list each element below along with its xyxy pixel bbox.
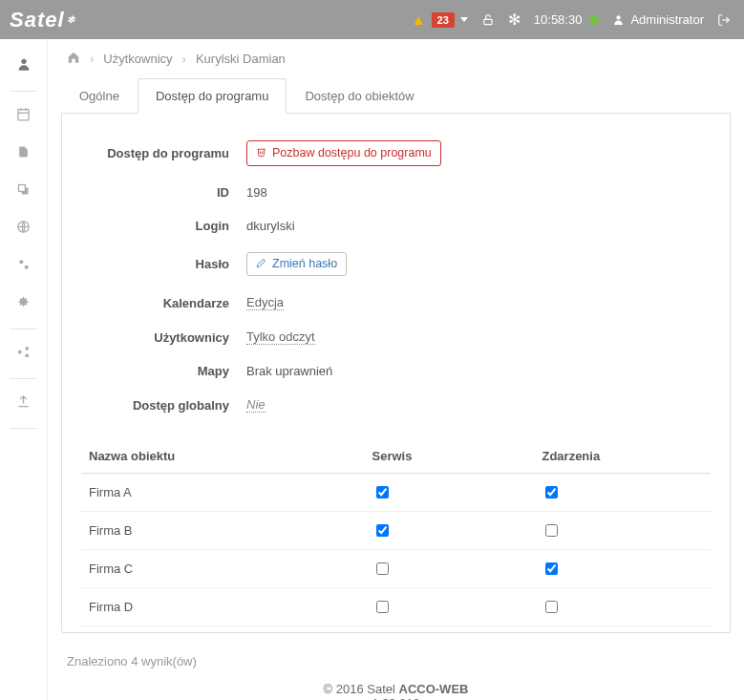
alerts-dropdown[interactable]: ▲ 23 (412, 11, 468, 28)
tabs: Ogólne Dostęp do programu Dostęp do obie… (61, 78, 731, 114)
label-users: Użytkownicy (81, 330, 229, 345)
events-checkbox[interactable] (545, 524, 558, 537)
sidebar-copy-icon[interactable] (0, 173, 47, 210)
result-count: Znaleziono 4 wynik(ów) (61, 633, 731, 672)
cell-service (365, 550, 535, 588)
change-password-button[interactable]: Zmień hasło (246, 252, 347, 277)
svg-point-1 (617, 15, 621, 19)
snowflake-icon[interactable]: ✻ (508, 11, 521, 29)
cell-events (534, 550, 711, 588)
sidebar (0, 39, 48, 700)
edit-icon (256, 258, 266, 271)
value-id: 198 (229, 185, 711, 200)
user-icon (612, 13, 625, 26)
revoke-access-label: Pozbaw dostępu do programu (272, 147, 432, 159)
col-events[interactable]: Zdarzenia (534, 439, 711, 474)
svg-point-17 (25, 353, 29, 357)
sidebar-upload-icon[interactable] (0, 385, 47, 422)
chevron-right-icon: › (90, 52, 94, 66)
program-access-panel: Dostęp do programu Pozbaw dostępu do pro… (61, 114, 731, 633)
cell-events (534, 512, 711, 550)
service-checkbox[interactable] (376, 601, 389, 613)
value-maps: Brak uprawnień (229, 364, 711, 378)
user-menu[interactable]: Administrator (612, 12, 704, 27)
warning-icon: ▲ (412, 11, 426, 28)
revoke-access-button[interactable]: Pozbaw dostępu do programu (246, 140, 441, 166)
value-calendars[interactable]: Edycja (246, 295, 284, 310)
logo-text: Satel (10, 8, 65, 32)
cell-service (365, 474, 535, 512)
col-object-name[interactable]: Nazwa obiektu (81, 439, 365, 474)
breadcrumb-users[interactable]: Użytkownicy (103, 52, 172, 66)
main-content: › Użytkownicy › Kurylski Damian Ogólne D… (48, 39, 744, 700)
sidebar-users-icon[interactable] (0, 47, 47, 85)
label-global-access: Dostęp globalny (81, 398, 229, 413)
sidebar-globe-icon[interactable] (0, 210, 47, 247)
sidebar-gears-icon[interactable] (0, 247, 47, 286)
logo: Satel✻ (10, 8, 75, 32)
table-row: Firma B (81, 512, 711, 550)
cell-events (534, 474, 711, 512)
logo-flake-icon: ✻ (67, 14, 75, 25)
unlock-icon[interactable] (481, 13, 495, 27)
events-checkbox[interactable] (545, 601, 558, 613)
table-row: Firma D (81, 588, 711, 626)
trash-icon (256, 146, 266, 160)
svg-point-16 (25, 347, 29, 350)
home-icon[interactable] (67, 51, 80, 67)
events-checkbox[interactable] (545, 562, 558, 575)
clock-display: 10:58:30 (534, 12, 600, 27)
footer-copyright: © 2016 Satel (324, 682, 399, 696)
label-login: Login (81, 219, 229, 233)
col-service[interactable]: Serwis (365, 439, 535, 474)
clock-text: 10:58:30 (534, 12, 583, 27)
sidebar-gear-icon[interactable] (0, 286, 47, 323)
cell-service (365, 588, 535, 626)
cell-object-name: Firma C (81, 550, 365, 588)
logout-button[interactable] (717, 13, 731, 27)
sidebar-calendar-icon[interactable] (0, 97, 47, 135)
svg-rect-0 (484, 19, 492, 24)
label-id: ID (81, 185, 229, 200)
tab-object-access[interactable]: Dostęp do obiektów (287, 78, 432, 114)
cell-object-name: Firma B (81, 512, 365, 550)
value-users[interactable]: Tylko odczyt (246, 329, 315, 345)
chevron-down-icon (460, 17, 468, 22)
change-password-label: Zmień hasło (272, 258, 337, 270)
cell-events (534, 588, 711, 626)
tab-program-access[interactable]: Dostęp do programu (138, 78, 287, 114)
cell-service (365, 512, 535, 550)
sidebar-share-icon[interactable] (0, 335, 47, 372)
sidebar-document-icon[interactable] (0, 135, 47, 173)
label-calendars: Kalendarze (81, 296, 229, 310)
svg-point-13 (24, 265, 28, 269)
tab-general[interactable]: Ogólne (61, 78, 138, 114)
value-global-access[interactable]: Nie (246, 397, 266, 413)
svg-point-12 (19, 260, 23, 264)
svg-rect-9 (19, 185, 26, 192)
svg-rect-4 (18, 110, 29, 120)
label-password: Hasło (81, 257, 229, 271)
footer-version: 1.20.019 (61, 696, 731, 700)
label-program-access: Dostęp do programu (81, 146, 229, 160)
status-dot-icon (589, 15, 599, 25)
breadcrumb: › Użytkownicy › Kurylski Damian (61, 39, 731, 78)
service-checkbox[interactable] (376, 562, 389, 575)
events-checkbox[interactable] (545, 486, 558, 498)
top-bar: Satel✻ ▲ 23 ✻ 10:58:30 Administrator (0, 0, 744, 39)
cell-object-name: Firma A (81, 474, 365, 512)
breadcrumb-current: Kurylski Damian (196, 52, 286, 66)
cell-object-name: Firma D (81, 588, 365, 626)
service-checkbox[interactable] (376, 486, 389, 498)
table-row: Firma C (81, 550, 711, 588)
service-checkbox[interactable] (376, 524, 389, 537)
svg-point-15 (18, 350, 22, 354)
chevron-right-icon: › (182, 52, 186, 66)
logout-icon (717, 13, 731, 27)
table-row: Firma A (81, 474, 711, 512)
objects-table: Nazwa obiektu Serwis Zdarzenia Firma AFi… (81, 439, 711, 626)
footer: © 2016 Satel ACCO-WEB 1.20.019 (61, 672, 731, 700)
value-login: dkurylski (229, 219, 711, 233)
svg-point-3 (21, 59, 26, 64)
footer-product: ACCO-WEB (399, 682, 469, 696)
